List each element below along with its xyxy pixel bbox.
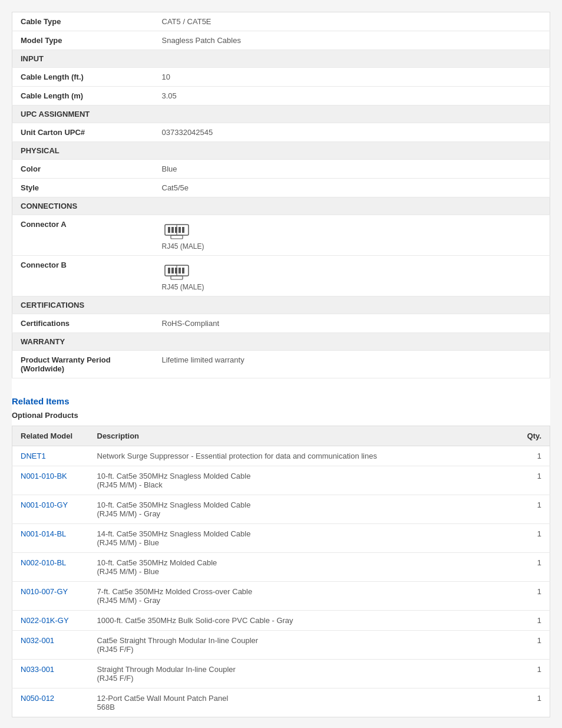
related-model-cell[interactable]: N022-01K-GY [12, 611, 89, 631]
related-section: Related Items Optional Products Related … [12, 396, 550, 717]
svg-rect-2 [171, 227, 174, 233]
related-qty-cell: 1 [515, 582, 550, 611]
related-description-cell: 7-ft. Cat5e 350MHz Molded Cross-over Cab… [89, 582, 515, 611]
spec-label: Cable Type [12, 12, 154, 31]
svg-rect-12 [178, 268, 181, 274]
table-row: DNET1Network Surge Suppressor - Essentia… [12, 446, 550, 466]
connector-label: RJ45 (MALE) [162, 242, 204, 251]
table-row: N022-01K-GY1000-ft. Cat5e 350MHz Bulk So… [12, 611, 550, 631]
model-link[interactable]: N050-012 [21, 694, 54, 703]
optional-products-label: Optional Products [12, 411, 550, 420]
related-model-cell[interactable]: N032-001 [12, 631, 89, 660]
related-qty-cell: 1 [515, 466, 550, 495]
spec-label: Cable Length (ft.) [12, 68, 154, 87]
related-model-cell[interactable]: N010-007-GY [12, 582, 89, 611]
svg-rect-14 [171, 276, 183, 279]
related-model-cell[interactable]: N001-010-BK [12, 466, 89, 495]
spec-value: CAT5 / CAT5E [154, 12, 550, 31]
related-description-cell: Network Surge Suppressor - Essential pro… [89, 446, 515, 466]
related-qty-cell: 1 [515, 631, 550, 660]
spec-label: Connector B [12, 256, 154, 297]
table-row: N002-010-BL10-ft. Cat5e 350MHz Molded Ca… [12, 553, 550, 582]
related-description-cell: 14-ft. Cat5e 350MHz Snagless Molded Cabl… [89, 524, 515, 553]
model-link[interactable]: N010-007-GY [21, 587, 68, 596]
specs-table: Cable TypeCAT5 / CAT5EModel TypeSnagless… [12, 12, 550, 378]
related-qty-cell: 1 [515, 446, 550, 466]
related-description-cell: 10-ft. Cat5e 350MHz Molded Cable(RJ45 M/… [89, 553, 515, 582]
connector-value: RJ45 (MALE) [154, 215, 550, 256]
related-qty-cell: 1 [515, 660, 550, 689]
svg-rect-6 [171, 235, 183, 239]
spec-value: Lifetime limited warranty [154, 351, 550, 378]
related-description-cell: 10-ft. Cat5e 350MHz Snagless Molded Cabl… [89, 466, 515, 495]
svg-rect-13 [182, 268, 184, 274]
spec-value: Blue [154, 160, 550, 179]
model-link[interactable]: N001-010-GY [21, 500, 68, 509]
spec-label: Model Type [12, 31, 154, 50]
svg-rect-4 [178, 227, 181, 233]
spec-label: Connector A [12, 215, 154, 256]
related-model-cell[interactable]: N002-010-BL [12, 553, 89, 582]
spec-label: Color [12, 160, 154, 179]
related-model-cell[interactable]: N033-001 [12, 660, 89, 689]
description-col-header: Description [89, 426, 515, 446]
related-description-cell: Cat5e Straight Through Modular In-line C… [89, 631, 515, 660]
svg-rect-1 [168, 227, 170, 233]
spec-label: Unit Carton UPC# [12, 123, 154, 142]
spec-label: Certifications [12, 314, 154, 333]
related-qty-cell: 1 [515, 689, 550, 717]
spec-value: 037332042545 [154, 123, 550, 142]
table-row: N001-014-BL14-ft. Cat5e 350MHz Snagless … [12, 524, 550, 553]
related-items-table: Related Model Description Qty. DNET1Netw… [12, 426, 550, 717]
section-header-cell: UPC ASSIGNMENT [12, 106, 550, 123]
qty-col-header: Qty. [515, 426, 550, 446]
related-qty-cell: 1 [515, 524, 550, 553]
spec-value: Snagless Patch Cables [154, 31, 550, 50]
spec-label: Product Warranty Period (Worldwide) [12, 351, 154, 378]
spec-label: Style [12, 179, 154, 197]
connector-value: RJ45 (MALE) [154, 256, 550, 297]
related-model-cell[interactable]: N001-010-GY [12, 495, 89, 524]
related-qty-cell: 1 [515, 495, 550, 524]
spec-value: Cat5/5e [154, 179, 550, 197]
model-link[interactable]: N033-001 [21, 665, 54, 674]
section-header-cell: CONNECTIONS [12, 197, 550, 215]
table-row: N050-01212-Port Cat5e Wall Mount Patch P… [12, 689, 550, 717]
model-link[interactable]: N022-01K-GY [21, 616, 69, 625]
spec-value: 3.05 [154, 87, 550, 106]
connector-label: RJ45 (MALE) [162, 283, 204, 291]
svg-rect-5 [182, 227, 184, 233]
page-wrapper: Cable TypeCAT5 / CAT5EModel TypeSnagless… [12, 12, 550, 717]
section-header-cell: WARRANTY [12, 333, 550, 351]
table-row: N001-010-GY10-ft. Cat5e 350MHz Snagless … [12, 495, 550, 524]
related-items-title: Related Items [12, 396, 550, 406]
model-link[interactable]: N001-014-BL [21, 529, 66, 538]
related-model-cell[interactable]: N001-014-BL [12, 524, 89, 553]
table-row: N001-010-BK10-ft. Cat5e 350MHz Snagless … [12, 466, 550, 495]
spec-label: Cable Length (m) [12, 87, 154, 106]
table-row: N010-007-GY7-ft. Cat5e 350MHz Molded Cro… [12, 582, 550, 611]
model-link[interactable]: N002-010-BL [21, 558, 66, 567]
spec-value: 10 [154, 68, 550, 87]
model-col-header: Related Model [12, 426, 89, 446]
spec-value: RoHS-Compliant [154, 314, 550, 333]
related-model-cell[interactable]: DNET1 [12, 446, 89, 466]
section-header-cell: CERTIFICATIONS [12, 297, 550, 314]
model-link[interactable]: DNET1 [21, 452, 46, 460]
related-qty-cell: 1 [515, 553, 550, 582]
related-description-cell: Straight Through Modular In-line Coupler… [89, 660, 515, 689]
section-header-cell: PHYSICAL [12, 142, 550, 160]
svg-rect-9 [168, 268, 170, 274]
model-link[interactable]: N032-001 [21, 636, 54, 645]
related-description-cell: 10-ft. Cat5e 350MHz Snagless Molded Cabl… [89, 495, 515, 524]
model-link[interactable]: N001-010-BK [21, 472, 67, 480]
section-header-cell: INPUT [12, 50, 550, 68]
table-row: N033-001Straight Through Modular In-line… [12, 660, 550, 689]
related-model-cell[interactable]: N050-012 [12, 689, 89, 717]
svg-rect-10 [171, 268, 174, 274]
table-row: N032-001Cat5e Straight Through Modular I… [12, 631, 550, 660]
related-description-cell: 12-Port Cat5e Wall Mount Patch Panel568B [89, 689, 515, 717]
related-description-cell: 1000-ft. Cat5e 350MHz Bulk Solid-core PV… [89, 611, 515, 631]
related-qty-cell: 1 [515, 611, 550, 631]
